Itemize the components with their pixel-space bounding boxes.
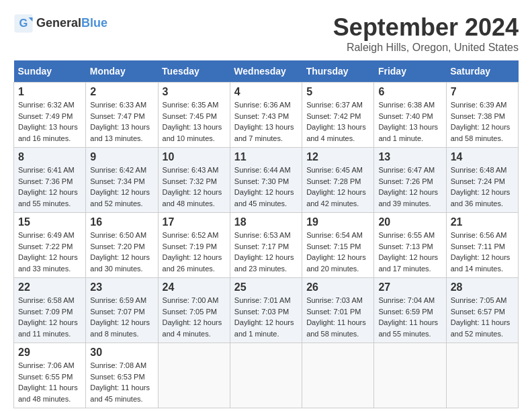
week-row: 15Sunrise: 6:49 AMSunset: 7:22 PMDayligh… bbox=[14, 213, 519, 278]
day-number: 26 bbox=[306, 281, 369, 293]
title-area: September 2024 Raleigh Hills, Oregon, Un… bbox=[333, 13, 519, 54]
cell-text: Sunrise: 6:56 AMSunset: 7:11 PMDaylight:… bbox=[451, 230, 514, 274]
calendar-cell: 19Sunrise: 6:54 AMSunset: 7:15 PMDayligh… bbox=[302, 213, 374, 278]
day-number: 20 bbox=[378, 216, 441, 228]
cell-text: Sunrise: 6:45 AMSunset: 7:28 PMDaylight:… bbox=[306, 165, 369, 209]
header: G GeneralBlue September 2024 Raleigh Hil… bbox=[13, 13, 519, 54]
calendar-cell: 23Sunrise: 6:59 AMSunset: 7:07 PMDayligh… bbox=[86, 278, 158, 343]
day-number: 27 bbox=[378, 281, 441, 293]
day-number: 30 bbox=[90, 347, 153, 359]
cell-text: Sunrise: 6:50 AMSunset: 7:20 PMDaylight:… bbox=[90, 230, 153, 274]
header-row: Sunday Monday Tuesday Wednesday Thursday… bbox=[14, 60, 519, 83]
cell-text: Sunrise: 6:59 AMSunset: 7:07 PMDaylight:… bbox=[90, 295, 153, 339]
day-number: 16 bbox=[90, 216, 153, 228]
calendar-cell bbox=[446, 343, 518, 408]
calendar-cell: 27Sunrise: 7:04 AMSunset: 6:59 PMDayligh… bbox=[374, 278, 446, 343]
day-number: 2 bbox=[90, 86, 153, 98]
cell-text: Sunrise: 7:01 AMSunset: 7:03 PMDaylight:… bbox=[234, 295, 298, 339]
calendar-cell: 18Sunrise: 6:53 AMSunset: 7:17 PMDayligh… bbox=[230, 213, 302, 278]
col-wednesday: Wednesday bbox=[230, 60, 302, 83]
calendar-cell: 26Sunrise: 7:03 AMSunset: 7:01 PMDayligh… bbox=[302, 278, 374, 343]
cell-text: Sunrise: 6:44 AMSunset: 7:30 PMDaylight:… bbox=[234, 165, 298, 209]
month-title: September 2024 bbox=[333, 13, 519, 42]
day-number: 12 bbox=[306, 151, 369, 163]
calendar-cell bbox=[374, 343, 446, 408]
day-number: 7 bbox=[451, 86, 514, 98]
calendar-cell: 17Sunrise: 6:52 AMSunset: 7:19 PMDayligh… bbox=[158, 213, 230, 278]
cell-text: Sunrise: 6:35 AMSunset: 7:45 PMDaylight:… bbox=[163, 99, 226, 144]
col-thursday: Thursday bbox=[302, 60, 374, 83]
week-row: 1Sunrise: 6:32 AMSunset: 7:49 PMDaylight… bbox=[14, 83, 519, 148]
day-number: 28 bbox=[451, 281, 514, 293]
day-number: 8 bbox=[18, 151, 81, 163]
day-number: 14 bbox=[451, 151, 514, 163]
day-number: 1 bbox=[18, 86, 81, 98]
day-number: 5 bbox=[306, 86, 369, 98]
day-number: 22 bbox=[18, 281, 81, 293]
cell-text: Sunrise: 7:03 AMSunset: 7:01 PMDaylight:… bbox=[306, 295, 369, 339]
day-number: 4 bbox=[234, 86, 298, 98]
day-number: 24 bbox=[163, 281, 226, 293]
calendar-cell: 22Sunrise: 6:58 AMSunset: 7:09 PMDayligh… bbox=[14, 278, 86, 343]
cell-text: Sunrise: 6:58 AMSunset: 7:09 PMDaylight:… bbox=[18, 295, 81, 339]
cell-text: Sunrise: 6:38 AMSunset: 7:40 PMDaylight:… bbox=[378, 99, 441, 144]
day-number: 19 bbox=[306, 216, 369, 228]
calendar-cell: 14Sunrise: 6:48 AMSunset: 7:24 PMDayligh… bbox=[446, 148, 518, 213]
cell-text: Sunrise: 6:42 AMSunset: 7:34 PMDaylight:… bbox=[90, 165, 153, 209]
calendar-cell: 12Sunrise: 6:45 AMSunset: 7:28 PMDayligh… bbox=[302, 148, 374, 213]
logo-text: GeneralBlue bbox=[36, 17, 107, 30]
calendar-cell: 13Sunrise: 6:47 AMSunset: 7:26 PMDayligh… bbox=[374, 148, 446, 213]
calendar-cell: 9Sunrise: 6:42 AMSunset: 7:34 PMDaylight… bbox=[86, 148, 158, 213]
cell-text: Sunrise: 6:53 AMSunset: 7:17 PMDaylight:… bbox=[234, 230, 298, 274]
cell-text: Sunrise: 6:37 AMSunset: 7:42 PMDaylight:… bbox=[306, 99, 369, 144]
day-number: 3 bbox=[163, 86, 226, 98]
cell-text: Sunrise: 7:00 AMSunset: 7:05 PMDaylight:… bbox=[163, 295, 226, 339]
week-row: 29Sunrise: 7:06 AMSunset: 6:55 PMDayligh… bbox=[14, 343, 519, 408]
calendar-cell: 16Sunrise: 6:50 AMSunset: 7:20 PMDayligh… bbox=[86, 213, 158, 278]
calendar-cell: 7Sunrise: 6:39 AMSunset: 7:38 PMDaylight… bbox=[446, 83, 518, 148]
day-number: 13 bbox=[378, 151, 441, 163]
calendar-cell: 5Sunrise: 6:37 AMSunset: 7:42 PMDaylight… bbox=[302, 83, 374, 148]
day-number: 17 bbox=[163, 216, 226, 228]
logo-general: General bbox=[36, 16, 81, 30]
day-number: 18 bbox=[234, 216, 298, 228]
cell-text: Sunrise: 6:39 AMSunset: 7:38 PMDaylight:… bbox=[451, 99, 514, 144]
logo-blue: Blue bbox=[81, 16, 107, 30]
cell-text: Sunrise: 7:04 AMSunset: 6:59 PMDaylight:… bbox=[378, 295, 441, 339]
col-tuesday: Tuesday bbox=[158, 60, 230, 83]
day-number: 6 bbox=[378, 86, 441, 98]
calendar-cell: 11Sunrise: 6:44 AMSunset: 7:30 PMDayligh… bbox=[230, 148, 302, 213]
day-number: 10 bbox=[163, 151, 226, 163]
cell-text: Sunrise: 6:55 AMSunset: 7:13 PMDaylight:… bbox=[378, 230, 441, 274]
calendar-cell: 10Sunrise: 6:43 AMSunset: 7:32 PMDayligh… bbox=[158, 148, 230, 213]
cell-text: Sunrise: 6:47 AMSunset: 7:26 PMDaylight:… bbox=[378, 165, 441, 209]
calendar-cell: 4Sunrise: 6:36 AMSunset: 7:43 PMDaylight… bbox=[230, 83, 302, 148]
cell-text: Sunrise: 6:48 AMSunset: 7:24 PMDaylight:… bbox=[451, 165, 514, 209]
cell-text: Sunrise: 6:32 AMSunset: 7:49 PMDaylight:… bbox=[18, 99, 81, 144]
calendar-cell: 29Sunrise: 7:06 AMSunset: 6:55 PMDayligh… bbox=[14, 343, 86, 408]
calendar-cell: 28Sunrise: 7:05 AMSunset: 6:57 PMDayligh… bbox=[446, 278, 518, 343]
day-number: 29 bbox=[18, 347, 81, 359]
calendar-cell: 21Sunrise: 6:56 AMSunset: 7:11 PMDayligh… bbox=[446, 213, 518, 278]
calendar-cell: 8Sunrise: 6:41 AMSunset: 7:36 PMDaylight… bbox=[14, 148, 86, 213]
week-row: 22Sunrise: 6:58 AMSunset: 7:09 PMDayligh… bbox=[14, 278, 519, 343]
cell-text: Sunrise: 6:41 AMSunset: 7:36 PMDaylight:… bbox=[18, 165, 81, 209]
calendar-cell: 20Sunrise: 6:55 AMSunset: 7:13 PMDayligh… bbox=[374, 213, 446, 278]
cell-text: Sunrise: 6:52 AMSunset: 7:19 PMDaylight:… bbox=[163, 230, 226, 274]
cell-text: Sunrise: 6:54 AMSunset: 7:15 PMDaylight:… bbox=[306, 230, 369, 274]
logo: G GeneralBlue bbox=[13, 13, 107, 34]
location-title: Raleigh Hills, Oregon, United States bbox=[333, 42, 519, 54]
calendar-cell: 25Sunrise: 7:01 AMSunset: 7:03 PMDayligh… bbox=[230, 278, 302, 343]
calendar-cell: 24Sunrise: 7:00 AMSunset: 7:05 PMDayligh… bbox=[158, 278, 230, 343]
calendar-cell bbox=[158, 343, 230, 408]
calendar-cell: 15Sunrise: 6:49 AMSunset: 7:22 PMDayligh… bbox=[14, 213, 86, 278]
cell-text: Sunrise: 7:05 AMSunset: 6:57 PMDaylight:… bbox=[451, 295, 514, 339]
calendar-cell bbox=[230, 343, 302, 408]
day-number: 11 bbox=[234, 151, 298, 163]
col-sunday: Sunday bbox=[14, 60, 86, 83]
calendar-cell: 1Sunrise: 6:32 AMSunset: 7:49 PMDaylight… bbox=[14, 83, 86, 148]
cell-text: Sunrise: 7:08 AMSunset: 6:53 PMDaylight:… bbox=[90, 360, 153, 404]
col-saturday: Saturday bbox=[446, 60, 518, 83]
col-friday: Friday bbox=[374, 60, 446, 83]
day-number: 9 bbox=[90, 151, 153, 163]
